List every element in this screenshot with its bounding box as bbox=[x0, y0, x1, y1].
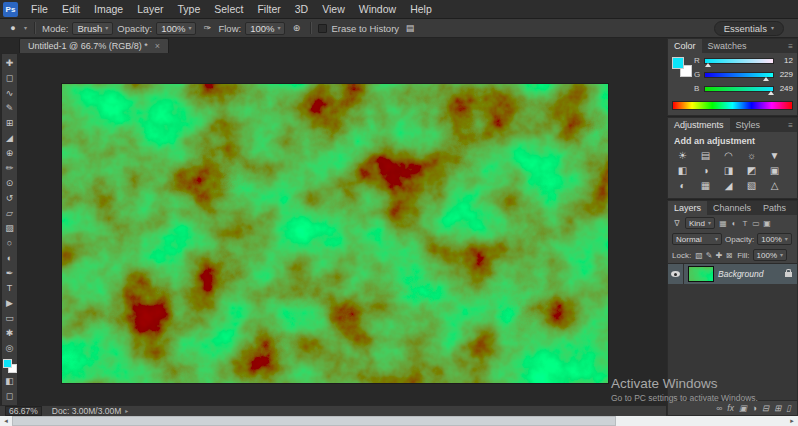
canvas[interactable] bbox=[62, 84, 608, 383]
brush-preset-picker-icon[interactable]: ● bbox=[6, 23, 20, 33]
zoom-tool[interactable]: ◎ bbox=[2, 341, 17, 356]
healing-brush-tool[interactable]: ⊕ bbox=[2, 146, 17, 161]
lock-transparency-icon[interactable]: ▧ bbox=[694, 251, 704, 260]
layer-name[interactable]: Background bbox=[718, 269, 783, 279]
green-value[interactable]: 229 bbox=[777, 71, 793, 79]
mode-select[interactable]: Brush ▾ bbox=[72, 22, 113, 35]
panel-menu-icon[interactable]: ≡ bbox=[784, 118, 797, 132]
opacity-select[interactable]: 100% ▾ bbox=[156, 22, 196, 35]
tab-channels[interactable]: Channels bbox=[707, 201, 757, 215]
fill-select[interactable]: 100% ▾ bbox=[753, 249, 787, 261]
add-layer-mask-icon[interactable]: ▣ bbox=[739, 403, 747, 413]
menu-item[interactable]: Window bbox=[352, 0, 403, 18]
tab-styles[interactable]: Styles bbox=[730, 118, 767, 132]
foreground-background-swatches[interactable] bbox=[3, 359, 17, 373]
scroll-right-icon[interactable]: ▸ bbox=[786, 416, 798, 426]
new-group-icon[interactable]: ⊟ bbox=[762, 403, 769, 413]
menu-item[interactable]: Type bbox=[170, 0, 207, 18]
hue-saturation-adjustment-icon[interactable]: ◧ bbox=[671, 163, 694, 178]
document-tab[interactable]: Untitled-1 @ 66.7% (RGB/8) * × bbox=[19, 38, 169, 53]
type-tool[interactable]: T bbox=[2, 281, 17, 296]
color-lookup-adjustment-icon[interactable]: ◐ bbox=[671, 178, 694, 193]
lock-all-icon[interactable]: ⊠ bbox=[724, 251, 734, 260]
menu-item[interactable]: Image bbox=[87, 0, 130, 18]
quick-mask-button[interactable]: ◧ bbox=[2, 374, 17, 389]
red-slider-thumb[interactable] bbox=[705, 63, 711, 67]
link-layers-icon[interactable]: ∞ bbox=[716, 403, 722, 413]
vibrance-adjustment-icon[interactable]: ▼ bbox=[763, 148, 786, 163]
green-slider-thumb[interactable] bbox=[763, 77, 769, 81]
filter-type-layers-icon[interactable]: T bbox=[740, 219, 750, 228]
tab-paths[interactable]: Paths bbox=[757, 201, 792, 215]
menu-item[interactable]: Select bbox=[207, 0, 250, 18]
document-size-status[interactable]: Doc: 3.00M/3.00M ▸ bbox=[52, 406, 128, 416]
layer-visibility-toggle[interactable] bbox=[668, 264, 684, 284]
screen-mode-button[interactable]: ◻ bbox=[2, 389, 17, 404]
layer-filter-kind-select[interactable]: Kind ▾ bbox=[685, 217, 715, 229]
threshold-adjustment-icon[interactable]: ▧ bbox=[740, 178, 763, 193]
tab-color[interactable]: Color bbox=[668, 39, 702, 53]
shape-tool[interactable]: ▭ bbox=[2, 311, 17, 326]
pen-tool[interactable]: ✒ bbox=[2, 266, 17, 281]
erase-to-history-checkbox[interactable] bbox=[318, 24, 327, 33]
toolbox-foreground-swatch[interactable] bbox=[3, 359, 12, 368]
black-white-adjustment-icon[interactable]: ◨ bbox=[717, 163, 740, 178]
menu-item[interactable]: File bbox=[24, 0, 55, 18]
blend-mode-select[interactable]: Normal ▾ bbox=[672, 233, 722, 245]
menu-item[interactable]: View bbox=[315, 0, 352, 18]
tab-adjustments[interactable]: Adjustments bbox=[668, 118, 730, 132]
filter-smart-objects-icon[interactable]: ▣ bbox=[762, 219, 772, 228]
layer-opacity-select[interactable]: 100% ▾ bbox=[757, 233, 791, 245]
delete-layer-icon[interactable]: ▯ bbox=[786, 403, 791, 413]
brush-panel-toggle-icon[interactable]: ▤ bbox=[403, 23, 417, 33]
blue-slider-thumb[interactable] bbox=[768, 91, 774, 95]
posterize-adjustment-icon[interactable]: ◢ bbox=[717, 178, 740, 193]
brush-tool[interactable]: ✏ bbox=[2, 161, 17, 176]
green-slider[interactable] bbox=[704, 72, 774, 78]
quick-selection-tool[interactable]: ✎ bbox=[2, 101, 17, 116]
menu-item[interactable]: Layer bbox=[130, 0, 170, 18]
hand-tool[interactable]: ✱ bbox=[2, 326, 17, 341]
exposure-adjustment-icon[interactable]: ☼ bbox=[740, 148, 763, 163]
invert-adjustment-icon[interactable]: ▦ bbox=[694, 178, 717, 193]
close-icon[interactable]: × bbox=[155, 41, 160, 51]
filter-adjustment-layers-icon[interactable]: ◐ bbox=[729, 219, 739, 228]
scrollbar-track[interactable] bbox=[12, 416, 786, 426]
curves-adjustment-icon[interactable]: ◠ bbox=[717, 148, 740, 163]
tab-layers[interactable]: Layers bbox=[668, 201, 707, 215]
filter-pixel-layers-icon[interactable]: ▦ bbox=[718, 219, 728, 228]
eyedropper-tool[interactable]: ◢ bbox=[2, 131, 17, 146]
color-spectrum-ramp[interactable] bbox=[672, 101, 793, 110]
history-brush-tool[interactable]: ↺ bbox=[2, 191, 17, 206]
new-layer-icon[interactable]: ⊞ bbox=[774, 403, 781, 413]
layer-row-background[interactable]: Background bbox=[668, 264, 797, 284]
scrollbar-thumb[interactable] bbox=[12, 416, 616, 426]
gradient-map-adjustment-icon[interactable]: △ bbox=[763, 178, 786, 193]
clone-stamp-tool[interactable]: ⊙ bbox=[2, 176, 17, 191]
levels-adjustment-icon[interactable]: ▤ bbox=[694, 148, 717, 163]
filter-shape-layers-icon[interactable]: ▭ bbox=[751, 219, 761, 228]
lasso-tool[interactable]: ∿ bbox=[2, 86, 17, 101]
marquee-tool[interactable]: ◻ bbox=[2, 71, 17, 86]
menu-item[interactable]: Edit bbox=[55, 0, 87, 18]
menu-item[interactable]: Filter bbox=[250, 0, 287, 18]
layer-thumbnail[interactable] bbox=[689, 267, 713, 281]
blur-tool[interactable]: ○ bbox=[2, 236, 17, 251]
brush-preset-caret-icon[interactable]: ▾ bbox=[24, 25, 27, 31]
crop-tool[interactable]: ⊞ bbox=[2, 116, 17, 131]
red-value[interactable]: 12 bbox=[777, 57, 793, 65]
new-adjustment-layer-icon[interactable]: ◑ bbox=[752, 403, 757, 413]
channel-mixer-adjustment-icon[interactable]: ▣ bbox=[763, 163, 786, 178]
photo-filter-adjustment-icon[interactable]: ◩ bbox=[740, 163, 763, 178]
color-balance-adjustment-icon[interactable]: ◑ bbox=[694, 163, 717, 178]
zoom-level-field[interactable]: 66.67% bbox=[5, 406, 42, 416]
airbrush-icon[interactable]: ⊛ bbox=[289, 23, 303, 33]
lock-position-icon[interactable]: ✚ bbox=[714, 251, 724, 260]
flow-select[interactable]: 100% ▾ bbox=[245, 22, 285, 35]
pressure-opacity-icon[interactable]: ✑ bbox=[200, 23, 214, 33]
lock-pixels-icon[interactable]: ✎ bbox=[704, 251, 714, 260]
move-tool[interactable]: ✚ bbox=[2, 56, 17, 71]
workspace-switcher[interactable]: Essentials ▾ bbox=[714, 21, 784, 36]
brightness-contrast-adjustment-icon[interactable]: ☀ bbox=[671, 148, 694, 163]
blue-value[interactable]: 249 bbox=[777, 85, 793, 93]
